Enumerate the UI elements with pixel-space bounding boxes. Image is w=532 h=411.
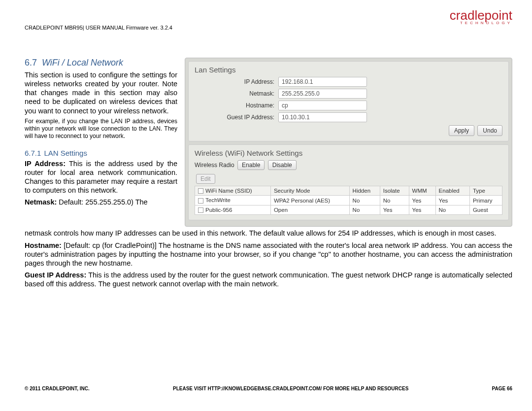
guest-ip-text: This is the address used by the router f… bbox=[25, 271, 512, 288]
col-isolate: Isolate bbox=[380, 186, 409, 196]
wifi-settings-block: Wireless (WiFi) Network Settings Wireles… bbox=[188, 144, 509, 220]
ip-field-label: IP Address: bbox=[195, 78, 278, 85]
section-number: 6.7 bbox=[25, 58, 37, 68]
logo-main: cradlepoint bbox=[450, 10, 512, 21]
guest-ip-field-input[interactable]: 10.10.30.1 bbox=[278, 112, 367, 122]
section-intro: This section is used to configure the se… bbox=[25, 70, 177, 115]
cell-wmm: Yes bbox=[409, 196, 435, 205]
hostname-text: [Default: cp (for CradlePoint)] The host… bbox=[25, 241, 512, 267]
header-breadcrumb: CRADLEPOINT MBR95| USER MANUAL Firmware … bbox=[25, 25, 172, 31]
cell-enabled: Yes bbox=[435, 196, 469, 205]
col-hidden: Hidden bbox=[349, 186, 380, 196]
cell-ssid: Public-956 bbox=[205, 207, 232, 213]
cell-isolate: No bbox=[380, 196, 409, 205]
section-title-text: WiFi / Local Network bbox=[42, 58, 123, 68]
subsection-title: LAN Settings bbox=[44, 149, 87, 157]
footer-link[interactable]: HTTP://KNOWLEDGEBASE.CRADLEPOINT.COM/ bbox=[208, 386, 322, 391]
table-row[interactable]: TechWrite WPA2 Personal (AES) No No Yes … bbox=[195, 196, 502, 205]
settings-panel: Lan Settings IP Address: 192.168.0.1 Net… bbox=[185, 58, 512, 227]
disable-button[interactable]: Disable bbox=[268, 160, 297, 170]
cell-isolate: Yes bbox=[380, 205, 409, 214]
select-all-checkbox[interactable] bbox=[198, 188, 203, 194]
section-heading: 6.7WiFi / Local Network bbox=[25, 58, 177, 68]
cell-security: Open bbox=[270, 205, 349, 214]
table-row[interactable]: Public-956 Open No Yes Yes No Guest bbox=[195, 205, 502, 214]
footer-right: PAGE 66 bbox=[492, 386, 513, 391]
subsection-heading: 6.7.1LAN Settings bbox=[25, 149, 177, 157]
row-checkbox[interactable] bbox=[198, 207, 203, 213]
apply-button[interactable]: Apply bbox=[449, 125, 474, 136]
ip-address-label: IP Address: bbox=[25, 160, 66, 168]
table-header-row: WiFi Name (SSID) Security Mode Hidden Is… bbox=[195, 186, 502, 196]
netmask-trail: Default: 255.255.255.0) The bbox=[57, 198, 147, 206]
netmask-field-label: Netmask: bbox=[195, 90, 278, 97]
wireless-radio-label: Wireless Radio bbox=[195, 162, 234, 169]
guest-ip-para: Guest IP Address: This is the address us… bbox=[25, 271, 512, 288]
cell-security: WPA2 Personal (AES) bbox=[270, 196, 349, 205]
guest-ip-para-label: Guest IP Address: bbox=[25, 271, 86, 279]
netmask-leadin: Netmask: Default: 255.255.255.0) The bbox=[25, 198, 177, 206]
cell-type: Primary bbox=[469, 196, 502, 205]
netmask-label: Netmask: bbox=[25, 198, 57, 206]
section-example: For example, if you change the LAN IP ad… bbox=[25, 118, 177, 140]
cell-type: Guest bbox=[469, 205, 502, 214]
netmask-field-input[interactable]: 255.255.255.0 bbox=[278, 89, 367, 99]
footer-middle: PLEASE VISIT HTTP://KNOWLEDGEBASE.CRADLE… bbox=[90, 386, 492, 391]
footer: © 2011 CRADLEPOINT, INC. PLEASE VISIT HT… bbox=[25, 386, 512, 391]
cell-hidden: No bbox=[349, 205, 380, 214]
hostname-para: Hostname: [Default: cp (for CradlePoint)… bbox=[25, 241, 512, 268]
cell-wmm: Yes bbox=[409, 205, 435, 214]
guest-ip-field-label: Guest IP Address: bbox=[195, 114, 278, 121]
wifi-table: WiFi Name (SSID) Security Mode Hidden Is… bbox=[195, 186, 502, 215]
cell-enabled: No bbox=[435, 205, 469, 214]
hostname-field-label: Hostname: bbox=[195, 102, 278, 109]
undo-button[interactable]: Undo bbox=[477, 125, 502, 136]
enable-button[interactable]: Enable bbox=[237, 160, 265, 170]
row-checkbox[interactable] bbox=[198, 198, 203, 204]
subsection-number: 6.7.1 bbox=[25, 149, 41, 157]
footer-mid-pre: PLEASE VISIT bbox=[173, 386, 208, 391]
lan-settings-block: Lan Settings IP Address: 192.168.0.1 Net… bbox=[188, 61, 509, 141]
col-ssid: WiFi Name (SSID) bbox=[205, 188, 252, 194]
footer-mid-post: FOR MORE HELP AND RESOURCES bbox=[322, 386, 408, 391]
hostname-field-input[interactable]: cp bbox=[278, 101, 367, 110]
logo: cradlepoint TECHNOLOGY bbox=[450, 10, 512, 25]
ip-field-input[interactable]: 192.168.0.1 bbox=[278, 77, 367, 87]
netmask-continuation: netmask controls how many IP addresses c… bbox=[25, 229, 512, 238]
edit-button[interactable]: Edit bbox=[196, 174, 215, 184]
col-wmm: WMM bbox=[409, 186, 435, 196]
ip-address-para: IP Address: This is the address used by … bbox=[25, 159, 177, 195]
lan-settings-title: Lan Settings bbox=[195, 66, 502, 74]
hostname-para-label: Hostname: bbox=[25, 241, 62, 249]
cell-ssid: TechWrite bbox=[205, 197, 231, 203]
cell-hidden: No bbox=[349, 196, 380, 205]
col-security: Security Mode bbox=[270, 186, 349, 196]
footer-left: © 2011 CRADLEPOINT, INC. bbox=[25, 386, 90, 391]
wireless-radio-row: Wireless Radio Enable Disable bbox=[195, 160, 502, 170]
col-type: Type bbox=[469, 186, 502, 196]
col-enabled: Enabled bbox=[435, 186, 469, 196]
wifi-settings-title: Wireless (WiFi) Network Settings bbox=[195, 149, 502, 157]
